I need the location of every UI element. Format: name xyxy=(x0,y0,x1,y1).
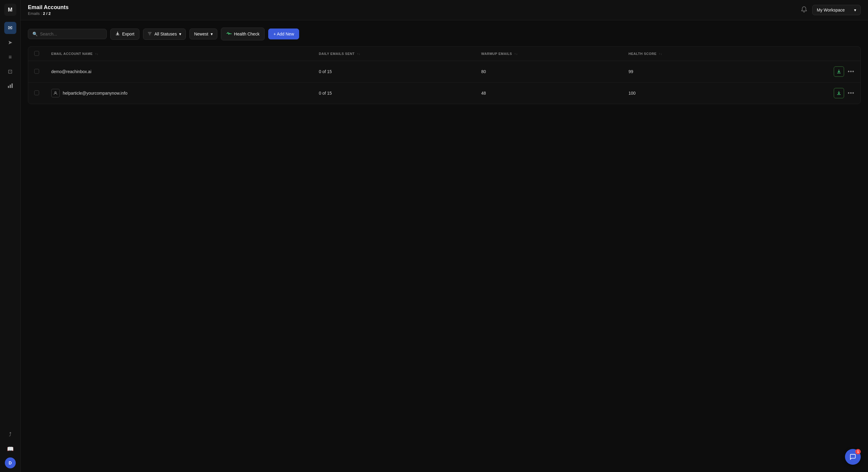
status-filter[interactable]: All Statuses ▾ xyxy=(143,29,186,40)
col-header-warmup[interactable]: WARMUP EMAILS ↑↓ xyxy=(475,47,622,61)
svg-rect-0 xyxy=(8,86,9,88)
row-name-1: helparticle@yourcompanynow.info xyxy=(45,83,313,104)
sort-icon-warmup: ↑↓ xyxy=(514,52,518,56)
content-area: 🔍 Export All xyxy=(21,20,868,472)
col-header-daily[interactable]: DAILY EMAILS SENT ↑↓ xyxy=(313,47,475,61)
table-header: EMAIL ACCOUNT NAME ↑↓ DAILY EMAILS SENT … xyxy=(28,47,861,61)
status-filter-label: All Statuses xyxy=(154,32,177,36)
add-new-label: + Add New xyxy=(273,32,294,36)
search-box[interactable]: 🔍 xyxy=(28,29,107,39)
page-title: Email Accounts xyxy=(28,4,68,10)
more-options-button-1[interactable]: ••• xyxy=(848,90,855,96)
sidebar-item-email[interactable]: ✉ xyxy=(4,22,17,34)
col-header-score[interactable]: HEALTH SCORE ↑↓ xyxy=(622,47,761,61)
email-accounts-table: EMAIL ACCOUNT NAME ↑↓ DAILY EMAILS SENT … xyxy=(28,47,861,104)
download-button-0[interactable] xyxy=(834,66,844,77)
avatar[interactable]: D xyxy=(5,458,16,468)
sidebar-item-send[interactable]: ➤ xyxy=(4,36,17,49)
download-button-1[interactable] xyxy=(834,88,844,98)
row-score-1: 100 xyxy=(622,83,761,104)
row-checkbox-cell-1[interactable] xyxy=(28,83,45,104)
row-actions-1: ••• xyxy=(761,83,861,104)
sidebar-bottom: ⤴ 📖 D xyxy=(4,428,17,468)
subtitle: Emails : 2 / 2 xyxy=(28,11,68,16)
row-checkbox-1[interactable] xyxy=(34,90,39,95)
svg-rect-6 xyxy=(837,73,841,73)
chat-badge: 1 xyxy=(855,449,861,454)
sort-filter[interactable]: Newest ▾ xyxy=(189,29,217,39)
more-options-button-0[interactable]: ••• xyxy=(848,68,855,75)
sidebar-item-inbox[interactable]: ⊡ xyxy=(4,65,17,78)
add-new-button[interactable]: + Add New xyxy=(268,29,299,39)
health-check-label: Health Check xyxy=(234,32,259,36)
search-input[interactable] xyxy=(40,32,102,36)
svg-rect-2 xyxy=(11,83,13,88)
logo-text: M xyxy=(8,7,12,13)
search-icon: 🔍 xyxy=(32,32,38,36)
list-icon: ≡ xyxy=(8,54,12,60)
sidebar-item-list[interactable]: ≡ xyxy=(4,51,17,63)
sort-label: Newest xyxy=(194,32,208,36)
svg-point-7 xyxy=(55,92,56,93)
inbox-icon: ⊡ xyxy=(8,68,12,75)
table: EMAIL ACCOUNT NAME ↑↓ DAILY EMAILS SENT … xyxy=(28,47,861,104)
svg-rect-1 xyxy=(10,85,11,88)
email-icon: ✉ xyxy=(8,25,12,31)
row-warmup-0: 80 xyxy=(475,61,622,83)
row-daily-0: 0 of 15 xyxy=(313,61,475,83)
sort-icon-daily: ↑↓ xyxy=(357,52,360,56)
svg-rect-4 xyxy=(149,33,151,34)
header-left: Email Accounts Emails : 2 / 2 xyxy=(28,4,68,16)
health-icon xyxy=(226,31,231,37)
col-header-actions xyxy=(761,47,861,61)
sidebar-item-book[interactable]: 📖 xyxy=(4,443,17,455)
email-address-1: helparticle@yourcompanynow.info xyxy=(63,91,127,95)
row-name-0: demo@reachinbox.ai xyxy=(45,61,313,83)
select-all-cell[interactable] xyxy=(28,47,45,61)
sort-icon-score: ↑↓ xyxy=(659,52,662,56)
svg-rect-5 xyxy=(149,35,150,35)
row-warmup-1: 48 xyxy=(475,83,622,104)
table-row: helparticle@yourcompanynow.info 0 of 15 … xyxy=(28,83,861,104)
sort-icon-name: ↑↓ xyxy=(95,52,98,56)
chart-icon xyxy=(7,83,13,90)
row-checkbox-0[interactable] xyxy=(34,69,39,74)
row-checkbox-cell-0[interactable] xyxy=(28,61,45,83)
email-address-0: demo@reachinbox.ai xyxy=(51,69,92,74)
table-body: demo@reachinbox.ai 0 of 15 80 99 ••• xyxy=(28,61,861,104)
header: Email Accounts Emails : 2 / 2 My Workspa… xyxy=(21,0,868,20)
col-header-name[interactable]: EMAIL ACCOUNT NAME ↑↓ xyxy=(45,47,313,61)
sidebar-item-chart[interactable] xyxy=(4,80,17,92)
bell-icon[interactable] xyxy=(801,6,807,14)
svg-rect-8 xyxy=(837,94,841,95)
svg-rect-3 xyxy=(148,32,152,33)
health-check-button[interactable]: Health Check xyxy=(221,28,265,40)
filter-icon xyxy=(148,32,152,37)
chevron-down-icon: ▾ xyxy=(854,7,856,12)
upload-icon: ⤴ xyxy=(9,431,11,438)
sort-chevron-icon: ▾ xyxy=(211,32,213,36)
subtitle-prefix: Emails : xyxy=(28,11,43,16)
table-row: demo@reachinbox.ai 0 of 15 80 99 ••• xyxy=(28,61,861,83)
toolbar: 🔍 Export All xyxy=(28,28,861,40)
main-area: Email Accounts Emails : 2 / 2 My Workspa… xyxy=(21,0,868,472)
workspace-selector[interactable]: My Workspace ▾ xyxy=(812,5,861,15)
chat-button[interactable]: 1 xyxy=(845,449,861,465)
logo[interactable]: M xyxy=(4,4,17,16)
sidebar: M ✉ ➤ ≡ ⊡ ⤴ 📖 D xyxy=(0,0,21,472)
status-chevron-icon: ▾ xyxy=(179,32,181,36)
row-score-0: 99 xyxy=(622,61,761,83)
sidebar-item-upload[interactable]: ⤴ xyxy=(4,428,17,440)
send-icon: ➤ xyxy=(8,39,12,46)
row-actions-0: ••• xyxy=(761,61,861,83)
book-icon: 📖 xyxy=(7,446,13,452)
email-avatar-icon-1 xyxy=(51,89,60,97)
export-icon xyxy=(116,32,120,37)
row-daily-1: 0 of 15 xyxy=(313,83,475,104)
workspace-label: My Workspace xyxy=(817,7,845,12)
export-button[interactable]: Export xyxy=(110,29,140,40)
header-right: My Workspace ▾ xyxy=(801,5,861,15)
export-label: Export xyxy=(122,32,134,36)
email-count: 2 / 2 xyxy=(43,11,51,16)
select-all-checkbox[interactable] xyxy=(34,51,39,56)
